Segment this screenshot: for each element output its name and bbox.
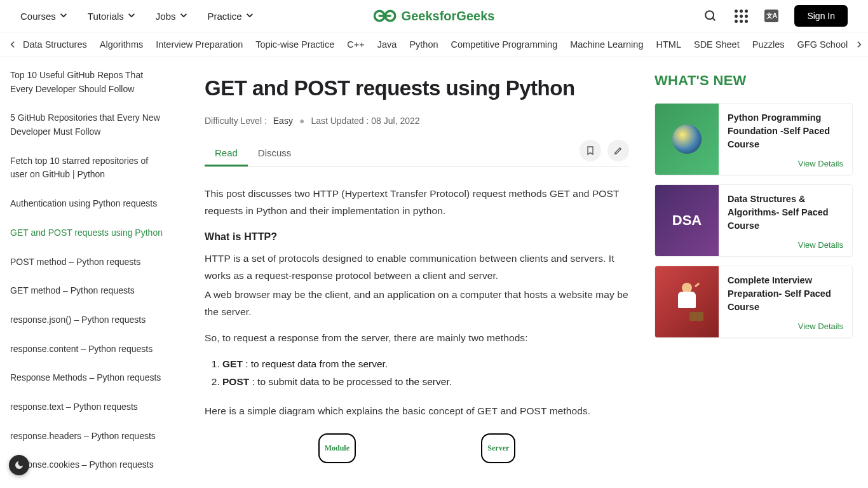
chevron-left-icon <box>8 41 16 48</box>
sidebar-item[interactable]: Top 10 Useful GitHub Repos That Every De… <box>10 69 168 96</box>
signin-button[interactable]: Sign In <box>794 5 848 27</box>
secnav-item[interactable]: Puzzles <box>752 39 785 50</box>
cards-holder: Python Programming Foundation -Self Pace… <box>654 103 853 338</box>
concept-diagram: Module Server <box>205 428 629 463</box>
section-p3: So, to request a response from the serve… <box>205 329 629 346</box>
sidebar-item[interactable]: response.cookies – Python requests <box>10 458 168 472</box>
nav-practice-label: Practice <box>208 11 242 22</box>
bookmark-button[interactable] <box>580 140 601 161</box>
secnav-item[interactable]: Machine Learning <box>570 39 643 50</box>
tabs-holder: ReadDiscuss <box>205 141 301 166</box>
pencil-icon <box>613 146 623 156</box>
sidebar-item[interactable]: response.content – Python requests <box>10 342 168 356</box>
card-view-link[interactable]: View Details <box>728 322 843 331</box>
section-p2: A web browser may be the client, and an … <box>205 286 629 320</box>
tab-discuss[interactable]: Discuss <box>248 141 302 166</box>
card-title: Complete Interview Preparation- Self Pac… <box>728 274 843 322</box>
chevron-down-icon <box>180 12 187 20</box>
card-view-link[interactable]: View Details <box>728 159 843 168</box>
secnav-item[interactable]: Java <box>377 39 397 50</box>
card-view-link[interactable]: View Details <box>728 240 843 250</box>
promo-card[interactable]: Complete Interview Preparation- Self Pac… <box>654 266 853 338</box>
sidebar: Top 10 Useful GitHub Repos That Every De… <box>0 57 178 488</box>
nav-tutorials-label: Tutorials <box>88 11 124 22</box>
article-tabs: ReadDiscuss <box>205 140 629 167</box>
top-nav-right: 文A Sign In <box>703 5 848 27</box>
method-item: POST : to submit data to be processed to… <box>222 373 629 391</box>
card-body: Complete Interview Preparation- Self Pac… <box>719 266 852 337</box>
difficulty-value: Easy <box>273 116 293 126</box>
section-p4: Here is a simple diagram which explains … <box>205 402 629 419</box>
sidebar-item[interactable]: Fetch top 10 starred repositories of use… <box>10 154 168 182</box>
card-thumb <box>655 104 719 175</box>
sidebar-item[interactable]: GET and POST requests using Python <box>10 226 168 240</box>
apps-icon[interactable] <box>733 8 749 24</box>
darkmode-toggle[interactable] <box>9 455 29 475</box>
secnav-item[interactable]: Interview Preparation <box>156 39 243 50</box>
article-title: GET and POST requests using Python <box>205 76 629 100</box>
diagram-module-box: Module <box>318 433 356 463</box>
sidebar-item[interactable]: response.text – Python requests <box>10 400 168 414</box>
svg-point-2 <box>706 11 714 19</box>
article-intro: This post discusses two HTTP (Hypertext … <box>205 185 629 219</box>
nav-tutorials[interactable]: Tutorials <box>88 11 135 22</box>
promo-card[interactable]: Python Programming Foundation -Self Pace… <box>654 103 853 175</box>
secnav-item[interactable]: Python <box>409 39 438 50</box>
section-p1: HTTP is a set of protocols designed to e… <box>205 250 629 284</box>
edit-button[interactable] <box>607 140 629 161</box>
translate-icon[interactable]: 文A <box>764 8 779 24</box>
card-body: Data Structures & Algorithms- Self Paced… <box>719 185 852 256</box>
chevron-down-icon <box>128 12 135 20</box>
promo-card[interactable]: DSAData Structures & Algorithms- Self Pa… <box>654 184 853 257</box>
secnav-item[interactable]: Data Structures <box>23 39 87 50</box>
nav-courses-label: Courses <box>20 11 56 22</box>
top-nav-left: Courses Tutorials Jobs Practice <box>20 11 254 22</box>
article-meta: Difficulty Level : Easy ● Last Updated :… <box>205 116 629 126</box>
nav-courses[interactable]: Courses <box>20 11 67 22</box>
nav-jobs[interactable]: Jobs <box>156 11 187 22</box>
difficulty-label: Difficulty Level : <box>205 116 267 126</box>
article-actions <box>580 140 629 166</box>
sidebar-item[interactable]: response.headers – Python requests <box>10 430 168 444</box>
secnav-item[interactable]: Algorithms <box>100 39 144 50</box>
card-body: Python Programming Foundation -Self Pace… <box>719 104 852 175</box>
brand-logo-icon <box>374 8 397 24</box>
brand-text: GeeksforGeeks <box>402 9 495 24</box>
chevron-down-icon <box>246 12 254 20</box>
nav-practice[interactable]: Practice <box>208 11 254 22</box>
bookmark-icon <box>585 146 595 156</box>
secondary-nav: Data StructuresAlgorithmsInterview Prepa… <box>0 32 868 57</box>
search-icon[interactable] <box>703 8 718 24</box>
moon-icon <box>14 460 24 470</box>
chevron-right-icon <box>856 41 864 48</box>
sidebar-item[interactable]: response.json() – Python requests <box>10 313 168 327</box>
right-rail: WHAT'S NEW Python Programming Foundation… <box>647 57 868 488</box>
svg-line-3 <box>713 18 715 20</box>
secnav-next[interactable] <box>854 41 865 48</box>
main-layout: Top 10 Useful GitHub Repos That Every De… <box>0 57 868 488</box>
sidebar-item[interactable]: 5 GitHub Repositories that Every New Dev… <box>10 111 168 139</box>
nav-jobs-label: Jobs <box>156 11 176 22</box>
card-thumb: DSA <box>655 185 719 256</box>
section-heading-http: What is HTTP? <box>205 228 629 246</box>
brand[interactable]: GeeksforGeeks <box>374 8 495 24</box>
tab-read[interactable]: Read <box>205 141 248 166</box>
secnav-items: Data StructuresAlgorithmsInterview Prepa… <box>20 39 862 50</box>
secnav-item[interactable]: C++ <box>347 39 364 50</box>
sidebar-item[interactable]: Response Methods – Python requests <box>10 371 168 385</box>
sidebar-item[interactable]: POST method – Python requests <box>10 255 168 269</box>
secnav-item[interactable]: Topic-wise Practice <box>255 39 334 50</box>
sidebar-item[interactable]: GET method – Python requests <box>10 284 168 298</box>
meta-separator: ● <box>299 116 304 126</box>
card-title: Data Structures & Algorithms- Self Paced… <box>728 193 843 240</box>
updated-label: Last Updated : 08 Jul, 2022 <box>311 116 419 126</box>
methods-list: GET : to request data from the server.PO… <box>222 355 629 391</box>
secnav-prev[interactable] <box>6 41 18 48</box>
sidebar-item[interactable]: Authentication using Python requests <box>10 197 168 211</box>
card-thumb <box>655 266 719 337</box>
top-nav: Courses Tutorials Jobs Practice Geeksfor… <box>0 0 868 32</box>
secnav-item[interactable]: GFG School <box>797 39 848 50</box>
secnav-item[interactable]: Competitive Programming <box>451 39 558 50</box>
secnav-item[interactable]: SDE Sheet <box>694 39 740 50</box>
secnav-item[interactable]: HTML <box>656 39 681 50</box>
